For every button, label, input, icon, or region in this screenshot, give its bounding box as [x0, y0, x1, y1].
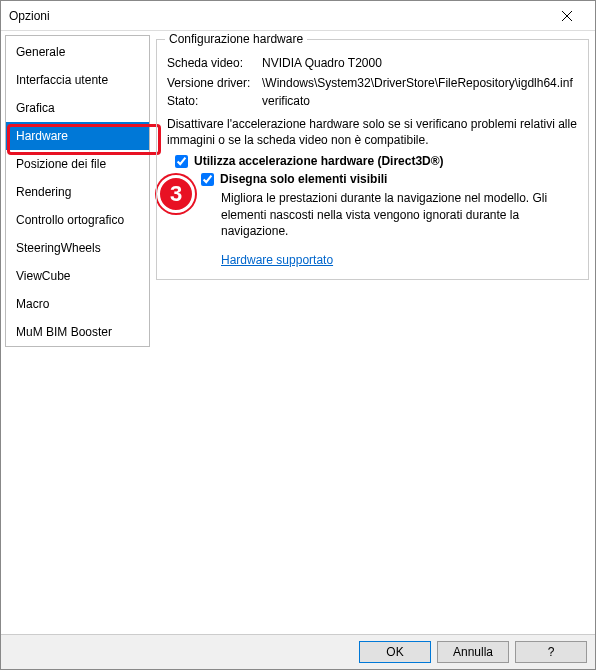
sidebar-item-macro[interactable]: Macro: [6, 290, 149, 318]
use-hw-accel-label[interactable]: Utilizza accelerazione hardware (Direct3…: [194, 154, 444, 168]
sidebar-item-label: Controllo ortografico: [16, 213, 124, 227]
cancel-button[interactable]: Annulla: [437, 641, 509, 663]
sidebar-item-hardware[interactable]: Hardware: [6, 122, 149, 150]
sidebar-wrap: Generale Interfaccia utente Grafica Hard…: [5, 35, 150, 630]
group-title: Configurazione hardware: [165, 32, 307, 46]
close-button[interactable]: [547, 2, 587, 30]
draw-visible-label[interactable]: Disegna solo elementi visibili: [220, 172, 387, 186]
ok-button[interactable]: OK: [359, 641, 431, 663]
video-card-value: NVIDIA Quadro T2000: [262, 56, 578, 70]
sidebar-item-generale[interactable]: Generale: [6, 38, 149, 66]
sidebar-item-label: ViewCube: [16, 269, 70, 283]
supported-hardware-link[interactable]: Hardware supportato: [221, 253, 333, 267]
sidebar-item-controllo[interactable]: Controllo ortografico: [6, 206, 149, 234]
video-card-label: Scheda video:: [167, 56, 262, 70]
sidebar-item-mum-bim[interactable]: MuM BIM Booster: [6, 318, 149, 346]
sidebar-item-label: Generale: [16, 45, 65, 59]
sidebar-item-steeringwheels[interactable]: SteeringWheels: [6, 234, 149, 262]
sidebar-item-posizione[interactable]: Posizione dei file: [6, 150, 149, 178]
driver-version-row: Versione driver: \Windows\System32\Drive…: [167, 76, 578, 90]
window-title: Opzioni: [9, 9, 547, 23]
video-card-row: Scheda video: NVIDIA Quadro T2000: [167, 56, 578, 70]
sidebar-item-label: MuM BIM Booster: [16, 325, 112, 339]
draw-visible-description: Migliora le prestazioni durante la navig…: [221, 190, 578, 239]
sidebar-item-label: SteeringWheels: [16, 241, 101, 255]
driver-version-value: \Windows\System32\DriverStore\FileReposi…: [262, 76, 578, 90]
help-button[interactable]: ?: [515, 641, 587, 663]
sidebar-item-label: Hardware: [16, 129, 68, 143]
draw-visible-checkbox[interactable]: [201, 173, 214, 186]
state-label: Stato:: [167, 94, 262, 108]
sidebar-item-label: Macro: [16, 297, 49, 311]
sidebar-item-interfaccia[interactable]: Interfaccia utente: [6, 66, 149, 94]
sidebar-item-rendering[interactable]: Rendering: [6, 178, 149, 206]
close-icon: [562, 11, 572, 21]
state-value: verificato: [262, 94, 578, 108]
dialog-footer: OK Annulla ?: [1, 634, 595, 669]
hardware-config-group: Configurazione hardware Scheda video: NV…: [156, 39, 589, 280]
sidebar-item-label: Grafica: [16, 101, 55, 115]
sidebar: Generale Interfaccia utente Grafica Hard…: [5, 35, 150, 347]
driver-version-label: Versione driver:: [167, 76, 262, 90]
state-row: Stato: verificato: [167, 94, 578, 108]
disable-accel-description: Disattivare l'accelerazione hardware sol…: [167, 116, 578, 148]
sidebar-item-label: Rendering: [16, 185, 71, 199]
sidebar-item-label: Interfaccia utente: [16, 73, 108, 87]
use-hw-accel-checkbox[interactable]: [175, 155, 188, 168]
titlebar: Opzioni: [1, 1, 595, 31]
dialog-body: Generale Interfaccia utente Grafica Hard…: [1, 31, 595, 634]
content-panel: Configurazione hardware Scheda video: NV…: [154, 35, 591, 630]
options-dialog: Opzioni Generale Interfaccia utente Graf…: [0, 0, 596, 670]
sidebar-item-label: Posizione dei file: [16, 157, 106, 171]
use-hw-accel-row: Utilizza accelerazione hardware (Direct3…: [175, 154, 578, 168]
sidebar-item-viewcube[interactable]: ViewCube: [6, 262, 149, 290]
sidebar-item-grafica[interactable]: Grafica: [6, 94, 149, 122]
draw-visible-row: Disegna solo elementi visibili: [201, 172, 578, 186]
